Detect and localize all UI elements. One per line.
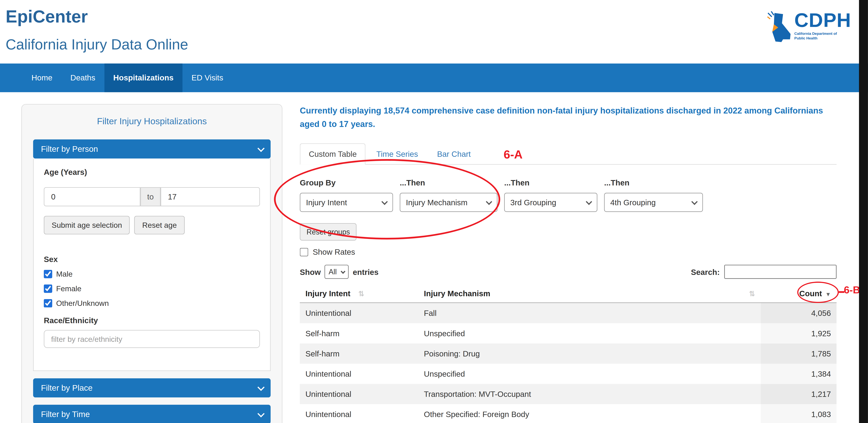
page-subtitle: California Injury Data Online (6, 36, 188, 54)
female-checkbox[interactable] (44, 284, 52, 293)
sex-option-other-unknown[interactable]: Other/Unknown (44, 299, 260, 308)
entries-control: Show All entries (300, 265, 379, 279)
column-header-injury-intent[interactable]: Injury Intent⇅ (300, 284, 418, 303)
age-to-label: to (141, 187, 161, 206)
table-row: Unintentional Other Specified: Foreign B… (300, 404, 837, 423)
results-table: Injury Intent⇅ Injury Mechanism⇅ Count▼ … (300, 284, 837, 423)
tab-bar-chart[interactable]: Bar Chart (429, 144, 479, 164)
reset-groups-button[interactable]: Reset groups (300, 223, 357, 241)
chevron-down-icon (257, 145, 265, 152)
annotation-label-6a: 6-A (503, 148, 523, 161)
show-label: Show (300, 267, 321, 276)
fourth-grouping-select[interactable]: 4th Grouping (604, 193, 703, 212)
tab-time-series[interactable]: Time Series (368, 144, 426, 164)
third-grouping-select[interactable]: 3rd Grouping (504, 193, 597, 212)
age-min-input[interactable] (44, 187, 141, 206)
race-ethnicity-label: Race/Ethnicity (44, 316, 260, 326)
filter-by-person-header[interactable]: Filter by Person (33, 139, 271, 159)
reset-age-button[interactable]: Reset age (134, 216, 185, 234)
cdph-caption: California Department of Public Health (795, 32, 839, 40)
table-row: Self-harm Poisoning: Drug 1,785 (300, 343, 837, 364)
filter-by-person-label: Filter by Person (41, 144, 98, 153)
then-3-label: ...Then (504, 178, 597, 187)
race-ethnicity-input[interactable] (44, 330, 260, 348)
nav-item-home[interactable]: Home (23, 63, 61, 92)
annotation-connector-line (839, 291, 844, 293)
tab-bar: Custom Table Time Series Bar Chart (300, 143, 837, 165)
california-state-icon (767, 10, 792, 46)
cdph-acronym: CDPH (795, 10, 851, 30)
nav-item-hospitalizations[interactable]: Hospitalizations (104, 63, 183, 92)
search-input[interactable] (724, 265, 836, 279)
then-2-label: ...Then (400, 178, 497, 187)
nav-item-deaths[interactable]: Deaths (61, 63, 104, 92)
column-header-injury-mechanism[interactable]: Injury Mechanism⇅ (418, 284, 761, 303)
show-rates-toggle[interactable]: Show Rates (300, 247, 837, 256)
sex-label: Sex (44, 255, 260, 264)
sex-option-male[interactable]: Male (44, 269, 260, 279)
table-row: Unintentional Transportation: MVT-Occupa… (300, 384, 837, 404)
group-by-label: Group By (300, 178, 393, 187)
table-row: Unintentional Unspecified 1,384 (300, 364, 837, 384)
male-label: Male (56, 270, 73, 278)
entries-label: entries (353, 267, 378, 276)
other-unknown-label: Other/Unknown (56, 299, 109, 308)
summary-text: Currently displaying 18,574 comprehensiv… (300, 104, 837, 131)
sort-descending-icon: ▼ (825, 291, 831, 298)
entries-select[interactable]: All (325, 265, 349, 279)
sort-both-icon: ⇅ (358, 289, 365, 298)
sex-option-female[interactable]: Female (44, 284, 260, 293)
right-edge-strip (859, 0, 868, 423)
group-by-select[interactable]: Injury Intent (300, 193, 393, 212)
female-label: Female (56, 284, 82, 293)
male-checkbox[interactable] (44, 270, 52, 278)
filter-by-time-header[interactable]: Filter by Time (33, 405, 271, 423)
cdph-logo: CDPH California Department of Public Hea… (767, 10, 851, 46)
age-range-group: to (44, 187, 260, 206)
filter-by-time-label: Filter by Time (41, 410, 90, 419)
page-title: EpiCenter (6, 7, 88, 27)
submit-age-button[interactable]: Submit age selection (44, 216, 130, 234)
column-header-count[interactable]: Count▼ (761, 284, 837, 303)
chevron-down-icon (257, 410, 265, 417)
grouping-controls: Group By Injury Intent ...Then Injury Me… (300, 178, 837, 212)
then-4-label: ...Then (604, 178, 703, 187)
filter-panel: Filter Injury Hospitalizations Filter by… (21, 104, 282, 423)
filter-panel-title: Filter Injury Hospitalizations (22, 116, 282, 127)
tab-custom-table[interactable]: Custom Table (300, 143, 366, 165)
search-control: Search: (691, 265, 836, 279)
table-row: Unintentional Fall 4,056 (300, 303, 837, 323)
primary-nav: Home Deaths Hospitalizations ED Visits (0, 63, 868, 92)
filter-by-place-header[interactable]: Filter by Place (33, 378, 271, 397)
nav-item-ed-visits[interactable]: ED Visits (183, 63, 232, 92)
search-label: Search: (691, 267, 720, 276)
show-rates-label: Show Rates (313, 247, 355, 256)
age-max-input[interactable] (161, 187, 260, 206)
filter-by-place-label: Filter by Place (41, 384, 92, 392)
table-row: Self-harm Unspecified 1,925 (300, 323, 837, 343)
epicenter-app: EpiCenter California Injury Data Online … (0, 0, 868, 423)
age-label: Age (Years) (44, 168, 260, 177)
second-grouping-select[interactable]: Injury Mechanism (400, 193, 497, 212)
annotation-label-6b: 6-B (844, 284, 860, 296)
show-rates-checkbox[interactable] (300, 248, 308, 256)
other-unknown-checkbox[interactable] (44, 299, 52, 308)
main-content: Currently displaying 18,574 comprehensiv… (300, 104, 837, 423)
chevron-down-icon (257, 384, 265, 391)
table-header-row: Injury Intent⇅ Injury Mechanism⇅ Count▼ (300, 284, 837, 303)
filter-by-person-body: Age (Years) to Submit age selection Rese… (33, 159, 271, 371)
sort-both-icon: ⇅ (749, 289, 755, 298)
